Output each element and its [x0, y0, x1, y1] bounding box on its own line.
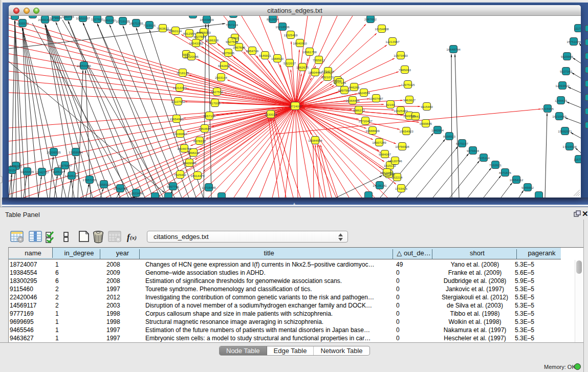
svg-text:5322037: 5322037: [284, 61, 296, 65]
svg-text:10975887: 10975887: [58, 164, 72, 167]
svg-text:116753: 116753: [574, 158, 581, 161]
svg-text:19904448: 19904448: [308, 71, 322, 74]
svg-text:7986372: 7986372: [353, 108, 365, 112]
svg-text:12213369: 12213369: [172, 86, 187, 90]
svg-text:17957255: 17957255: [82, 178, 97, 182]
svg-text:6479197: 6479197: [456, 142, 469, 145]
svg-text:62160: 62160: [386, 103, 395, 106]
svg-text:9227342: 9227342: [560, 70, 573, 73]
svg-text:20364436: 20364436: [345, 99, 360, 102]
svg-text:417006: 417006: [210, 101, 221, 105]
svg-text:9327503: 9327503: [193, 35, 206, 38]
svg-text:14136141: 14136141: [373, 184, 387, 187]
svg-text:16154808: 16154808: [375, 27, 389, 31]
svg-text:16033809: 16033809: [200, 18, 214, 21]
svg-text:10973493: 10973493: [394, 54, 408, 57]
svg-text:9474444: 9474444: [467, 149, 480, 152]
svg-text:98443: 98443: [411, 115, 420, 118]
svg-text:16046786: 16046786: [177, 147, 191, 150]
svg-text:13716485: 13716485: [202, 186, 216, 189]
svg-text:3498222: 3498222: [187, 151, 200, 155]
svg-text:10025433: 10025433: [394, 109, 408, 113]
svg-text:18907249: 18907249: [372, 141, 386, 144]
svg-text:15720407: 15720407: [358, 119, 373, 123]
svg-text:12242757: 12242757: [35, 170, 49, 174]
svg-text:(x): (x): [130, 234, 137, 241]
svg-text:18724007: 18724007: [288, 104, 302, 108]
svg-text:2718126: 2718126: [177, 71, 189, 75]
svg-text:8938923: 8938923: [443, 135, 456, 138]
svg-text:11174: 11174: [574, 27, 581, 30]
svg-text:6466160: 6466160: [103, 18, 116, 22]
svg-text:15409948: 15409948: [182, 161, 197, 165]
svg-text:1733426: 1733426: [395, 187, 408, 190]
svg-text:3375685: 3375685: [222, 51, 235, 55]
svg-text:39154: 39154: [9, 168, 17, 172]
svg-text:1362615: 1362615: [296, 65, 309, 69]
svg-text:114519: 114519: [53, 170, 63, 173]
svg-text:9242848: 9242848: [218, 64, 231, 68]
svg-text:17359934: 17359934: [69, 150, 83, 154]
svg-text:10958117: 10958117: [97, 183, 111, 186]
svg-text:2130024: 2130024: [265, 113, 277, 116]
svg-text:6794024: 6794024: [322, 70, 335, 73]
svg-text:1179604: 1179604: [50, 16, 62, 19]
svg-text:16543382: 16543382: [189, 41, 203, 45]
svg-text:12923446: 12923446: [129, 191, 143, 195]
svg-text:1244415: 1244415: [555, 99, 568, 102]
svg-text:12505135: 12505135: [64, 174, 79, 178]
svg-text:12213967: 12213967: [385, 40, 400, 43]
svg-text:16914479: 16914479: [190, 174, 205, 178]
svg-text:3624554: 3624554: [358, 91, 371, 95]
svg-text:19654923: 19654923: [399, 129, 413, 133]
svg-text:19756928: 19756928: [395, 145, 409, 148]
svg-text:10719155: 10719155: [116, 19, 130, 23]
svg-text:252214: 252214: [392, 176, 403, 179]
svg-text:9115460: 9115460: [421, 105, 433, 108]
svg-text:12093822: 12093822: [555, 84, 570, 87]
svg-text:6897568: 6897568: [338, 89, 351, 92]
svg-text:2867608: 2867608: [233, 46, 246, 49]
svg-text:1615132: 1615132: [384, 164, 397, 167]
svg-text:16648784: 16648784: [446, 48, 461, 51]
svg-text:9245652: 9245652: [521, 186, 534, 189]
svg-text:8186328: 8186328: [206, 38, 219, 42]
svg-text:1588520: 1588520: [271, 57, 284, 60]
svg-text:20206535: 20206535: [47, 150, 61, 154]
svg-text:9777169: 9777169: [334, 81, 346, 84]
svg-text:16120746: 16120746: [388, 159, 402, 163]
svg-text:1183794: 1183794: [62, 16, 74, 18]
svg-text:13226053: 13226053: [197, 31, 211, 34]
svg-text:10654112: 10654112: [509, 178, 524, 182]
svg-text:7485063: 7485063: [399, 68, 411, 72]
svg-text:15692971: 15692971: [558, 129, 572, 133]
svg-text:15751074: 15751074: [567, 40, 581, 43]
svg-text:0699695: 0699695: [420, 122, 432, 125]
svg-text:10653267: 10653267: [76, 16, 90, 20]
svg-text:16210643: 16210643: [552, 115, 567, 118]
svg-text:18640910: 18640910: [293, 41, 307, 45]
svg-text:9146821: 9146821: [259, 54, 272, 57]
svg-text:8454749: 8454749: [246, 49, 259, 53]
svg-text:16782759: 16782759: [113, 187, 127, 190]
svg-text:19218506: 19218506: [275, 25, 290, 29]
svg-text:2603144: 2603144: [215, 76, 228, 79]
svg-text:7955812: 7955812: [313, 58, 325, 62]
svg-text:1353594: 1353594: [199, 127, 211, 130]
svg-text:9327508: 9327508: [226, 40, 238, 43]
svg-text:8813054: 8813054: [267, 17, 279, 21]
svg-text:5465: 5465: [231, 36, 238, 40]
svg-text:17016504: 17016504: [562, 145, 577, 148]
svg-text:19654945: 19654945: [169, 117, 184, 121]
svg-text:1405572: 1405572: [16, 21, 29, 25]
svg-text:10107552: 10107552: [171, 100, 185, 103]
svg-text:16671355: 16671355: [129, 21, 143, 25]
svg-text:8215955: 8215955: [541, 107, 554, 111]
svg-text:22420046: 22420046: [184, 55, 199, 58]
svg-text:1821072: 1821072: [321, 75, 334, 79]
svg-text:21053346: 21053346: [77, 64, 91, 68]
svg-text:7515526: 7515526: [143, 24, 156, 27]
svg-text:7625402: 7625402: [174, 173, 187, 177]
svg-text:3267110: 3267110: [203, 114, 215, 118]
svg-text:1440954: 1440954: [431, 128, 444, 132]
